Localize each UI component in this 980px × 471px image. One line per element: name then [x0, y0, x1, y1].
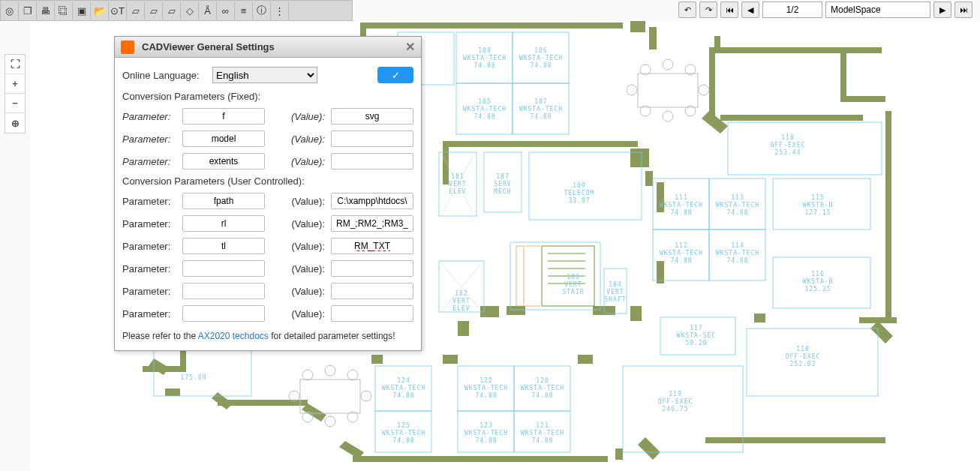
- svg-point-92: [302, 370, 313, 380]
- tool-paste-icon[interactable]: ▣: [73, 2, 91, 20]
- value-label: (Value):: [280, 241, 325, 252]
- user-param-4[interactable]: [182, 283, 265, 299]
- tool-target-icon[interactable]: ◎: [1, 2, 19, 20]
- svg-rect-5: [443, 141, 638, 147]
- page-input[interactable]: [762, 2, 822, 18]
- svg-text:253.44: 253.44: [775, 149, 801, 156]
- svg-rect-9: [165, 388, 180, 396]
- svg-rect-0: [360, 22, 623, 28]
- svg-text:110: 110: [781, 134, 794, 141]
- tool-compass-icon[interactable]: Å: [199, 2, 217, 20]
- undo-button[interactable]: ↶: [678, 2, 696, 18]
- svg-text:TELECOM: TELECOM: [564, 190, 595, 196]
- svg-text:74.88: 74.88: [473, 62, 495, 69]
- tool-layers-icon[interactable]: ❐: [19, 2, 37, 20]
- main-toolbar: ◎ ❐ 🖶 ⿻ ▣ 📂 ⊙T ▱ ▱ ▱ ◇ Å ∞ ≡ ⓘ ⋮: [0, 0, 353, 21]
- first-page-button[interactable]: ⏮: [720, 2, 738, 18]
- redo-button[interactable]: ↷: [699, 2, 717, 18]
- svg-point-89: [627, 85, 637, 95]
- svg-text:ELEV: ELEV: [452, 305, 470, 312]
- dialog-title: CADViewer General Settings: [142, 41, 275, 52]
- footnote: Please refer to the AX2020 techdocs for …: [122, 331, 413, 341]
- svg-text:WKSTA-TECH: WKSTA-TECH: [519, 55, 563, 62]
- user-param-0[interactable]: [182, 193, 265, 209]
- zoom-in-button[interactable]: +: [5, 74, 25, 94]
- user-value-1[interactable]: [331, 215, 413, 232]
- param-label: Parameter:: [122, 241, 182, 252]
- svg-text:74.88: 74.88: [473, 113, 495, 120]
- tool-more-icon[interactable]: ⋮: [271, 2, 289, 20]
- techdocs-link[interactable]: AX2020 techdocs: [198, 331, 269, 341]
- side-toolbar: ⛶ + − ⊕: [5, 54, 26, 134]
- fixed-param-2[interactable]: [182, 153, 265, 170]
- user-value-3[interactable]: [331, 260, 413, 277]
- fixed-value-2[interactable]: [331, 153, 413, 170]
- tool-ruler3-icon[interactable]: ▱: [163, 2, 181, 20]
- user-value-5[interactable]: [331, 305, 413, 322]
- space-select[interactable]: ModelSpace: [825, 2, 930, 18]
- svg-text:VERT: VERT: [606, 289, 624, 296]
- fixed-value-0[interactable]: [331, 108, 413, 124]
- tool-text-icon[interactable]: ⊙T: [109, 2, 127, 20]
- svg-text:74.88: 74.88: [530, 62, 552, 69]
- svg-text:74.88: 74.88: [670, 209, 692, 216]
- user-value-2[interactable]: [331, 238, 413, 254]
- user-value-4[interactable]: [331, 283, 413, 299]
- svg-point-98: [289, 391, 299, 401]
- svg-point-96: [325, 416, 335, 427]
- tool-print-icon[interactable]: 🖶: [37, 2, 55, 20]
- svg-text:74.88: 74.88: [726, 257, 748, 264]
- tool-open-icon[interactable]: 📂: [91, 2, 109, 20]
- confirm-button[interactable]: ✓: [377, 67, 413, 83]
- svg-text:74.88: 74.88: [530, 113, 552, 120]
- prev-page-button[interactable]: ◀: [741, 2, 759, 18]
- svg-text:121: 121: [536, 422, 549, 429]
- svg-text:111: 111: [675, 194, 687, 201]
- fullscreen-button[interactable]: ⛶: [5, 55, 25, 74]
- language-label: Online Language:: [122, 70, 212, 81]
- user-param-5[interactable]: [182, 305, 265, 322]
- svg-point-87: [663, 111, 673, 122]
- svg-text:181: 181: [451, 173, 464, 180]
- tool-eraser-icon[interactable]: ◇: [181, 2, 199, 20]
- svg-text:127.15: 127.15: [805, 209, 831, 216]
- user-param-3[interactable]: [182, 260, 265, 277]
- tool-info-icon[interactable]: ⓘ: [253, 2, 271, 20]
- user-param-1[interactable]: [182, 215, 265, 232]
- svg-text:116: 116: [811, 271, 824, 278]
- tool-ruler1-icon[interactable]: ▱: [127, 2, 145, 20]
- svg-text:119: 119: [669, 391, 681, 398]
- svg-text:WKSTA-TECH: WKSTA-TECH: [716, 250, 759, 256]
- svg-text:MECH: MECH: [494, 188, 511, 195]
- tool-list-icon[interactable]: ≡: [235, 2, 253, 20]
- next-page-button[interactable]: ▶: [933, 2, 951, 18]
- user-value-0[interactable]: [331, 193, 413, 209]
- dialog-header[interactable]: CADViewer General Settings ✕: [115, 37, 421, 58]
- language-select[interactable]: English: [212, 67, 317, 83]
- close-icon[interactable]: ✕: [405, 40, 415, 54]
- svg-text:125: 125: [397, 422, 410, 429]
- fixed-param-1[interactable]: [182, 130, 265, 147]
- fixed-param-0[interactable]: [182, 108, 265, 124]
- svg-text:109: 109: [573, 182, 585, 189]
- fixed-value-1[interactable]: [331, 130, 413, 147]
- svg-text:SHAFT: SHAFT: [604, 296, 626, 303]
- svg-text:117: 117: [690, 325, 702, 332]
- page-nav: ↶ ↷ ⏮ ◀ ModelSpace ▶ ⏭: [678, 2, 972, 18]
- tool-ruler2-icon[interactable]: ▱: [145, 2, 163, 20]
- svg-text:122: 122: [479, 377, 492, 384]
- svg-text:WKSTA-B: WKSTA-B: [803, 278, 834, 285]
- zoom-fit-button[interactable]: ⊕: [5, 113, 25, 133]
- user-param-2[interactable]: [182, 238, 265, 254]
- svg-text:VERT: VERT: [564, 281, 582, 288]
- svg-marker-22: [870, 321, 893, 344]
- value-label: (Value):: [280, 263, 325, 274]
- last-page-button[interactable]: ⏭: [954, 2, 972, 18]
- svg-rect-28: [480, 306, 499, 317]
- tool-link-icon[interactable]: ∞: [217, 2, 235, 20]
- svg-rect-46: [728, 122, 882, 175]
- svg-text:WKSTA-TECH: WKSTA-TECH: [382, 385, 425, 392]
- tool-copy-icon[interactable]: ⿻: [55, 2, 73, 20]
- value-label: (Value):: [280, 134, 325, 145]
- zoom-out-button[interactable]: −: [5, 94, 25, 113]
